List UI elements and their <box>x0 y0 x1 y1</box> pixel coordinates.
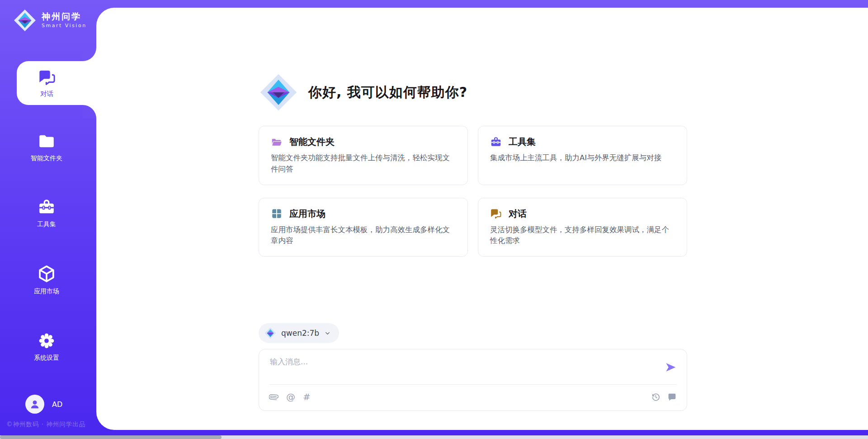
sidebar-item-chat[interactable]: 对话 <box>17 61 97 105</box>
content-column: 你好, 我可以如何帮助你? 智能文件夹 智能文件夹功能支持批量文件上传与清洗，轻… <box>259 8 687 430</box>
chevron-down-icon <box>324 330 331 337</box>
toolbox-icon <box>38 198 56 216</box>
copyright-text: ©神州数码 · 神州问学出品 <box>6 420 85 429</box>
tab-curve-top <box>83 48 96 61</box>
send-icon <box>665 361 677 373</box>
sidebar-item-smart-folder[interactable]: 智能文件夹 <box>0 132 93 162</box>
sidebar-item-label: 智能文件夹 <box>31 154 62 162</box>
sidebar-item-label: 工具集 <box>37 220 56 229</box>
paperclip-icon[interactable] <box>269 392 278 402</box>
card-smart-folder[interactable]: 智能文件夹 智能文件夹功能支持批量文件上传与清洗，轻松实现文件问答 <box>259 126 468 185</box>
model-logo-diamond-icon <box>264 327 276 339</box>
brand-name: 神州问学 <box>42 12 87 22</box>
sidebar-item-toolset[interactable]: 工具集 <box>0 198 93 229</box>
tab-curve-bottom <box>83 105 96 119</box>
chat-bubble-icon[interactable] <box>667 392 677 402</box>
user-initials: AD <box>52 400 62 409</box>
person-icon <box>29 398 41 410</box>
app-logo: 神州问学 Smart Vision <box>14 9 87 32</box>
greeting-text: 你好, 我可以如何帮助你? <box>308 83 467 102</box>
card-description: 应用市场提供丰富长文本模板，助力高效生成多样化文章内容 <box>271 224 456 247</box>
hash-icon[interactable]: # <box>303 392 311 401</box>
card-title: 对话 <box>509 208 527 220</box>
app-window: 神州问学 Smart Vision 对话 智能文件夹 工具集 <box>0 0 868 439</box>
chat-icon <box>38 68 56 86</box>
main-panel: 你好, 我可以如何帮助你? 智能文件夹 智能文件夹功能支持批量文件上传与清洗，轻… <box>96 8 868 430</box>
history-icon[interactable] <box>651 392 660 402</box>
card-description: 集成市场上主流工具，助力AI与外界无缝扩展与对接 <box>490 153 675 164</box>
gear-icon <box>38 332 56 350</box>
card-title: 应用市场 <box>289 208 326 220</box>
message-input[interactable] <box>269 357 660 367</box>
horizontal-scrollbar[interactable] <box>0 435 868 439</box>
brand-subtitle: Smart Vision <box>42 23 87 29</box>
card-title: 智能文件夹 <box>289 136 335 148</box>
scrollbar-thumb[interactable] <box>0 435 222 439</box>
avatar <box>25 395 44 414</box>
greeting-diamond-icon <box>259 72 297 112</box>
composer-toolbar: @ # <box>269 389 677 405</box>
composer-divider <box>269 384 677 385</box>
model-name: qwen2:7b <box>281 329 319 338</box>
greeting-block: 你好, 我可以如何帮助你? <box>259 72 467 112</box>
brand-diamond-icon <box>14 9 36 32</box>
cube-icon <box>37 264 56 283</box>
at-sign-icon[interactable]: @ <box>286 392 295 401</box>
send-button[interactable] <box>665 361 677 373</box>
card-chat[interactable]: 对话 灵活切换多模型文件，支持多样回复效果调试，满足个性化需求 <box>478 198 687 257</box>
sidebar-item-label: 应用市场 <box>34 287 59 296</box>
card-toolset[interactable]: 工具集 集成市场上主流工具，助力AI与外界无缝扩展与对接 <box>478 126 687 185</box>
user-account[interactable]: AD <box>25 395 62 414</box>
sidebar-item-label: 对话 <box>40 90 53 98</box>
folder-icon <box>38 132 56 150</box>
folder-icon <box>271 136 283 148</box>
grid-icon <box>271 208 283 220</box>
chat-icon <box>490 208 502 220</box>
card-description: 灵活切换多模型文件，支持多样回复效果调试，满足个性化需求 <box>490 224 675 247</box>
toolbox-icon <box>490 136 502 148</box>
card-title: 工具集 <box>509 136 536 148</box>
sidebar-item-app-market[interactable]: 应用市场 <box>0 264 93 296</box>
feature-cards: 智能文件夹 智能文件夹功能支持批量文件上传与清洗，轻松实现文件问答 <box>259 126 687 257</box>
sidebar-item-settings[interactable]: 系统设置 <box>0 332 93 362</box>
sidebar-item-label: 系统设置 <box>34 354 59 362</box>
model-selector[interactable]: qwen2:7b <box>259 323 339 343</box>
message-composer: @ # <box>259 349 687 411</box>
card-app-market[interactable]: 应用市场 应用市场提供丰富长文本模板，助力高效生成多样化文章内容 <box>259 198 468 257</box>
card-description: 智能文件夹功能支持批量文件上传与清洗，轻松实现文件问答 <box>271 153 456 175</box>
